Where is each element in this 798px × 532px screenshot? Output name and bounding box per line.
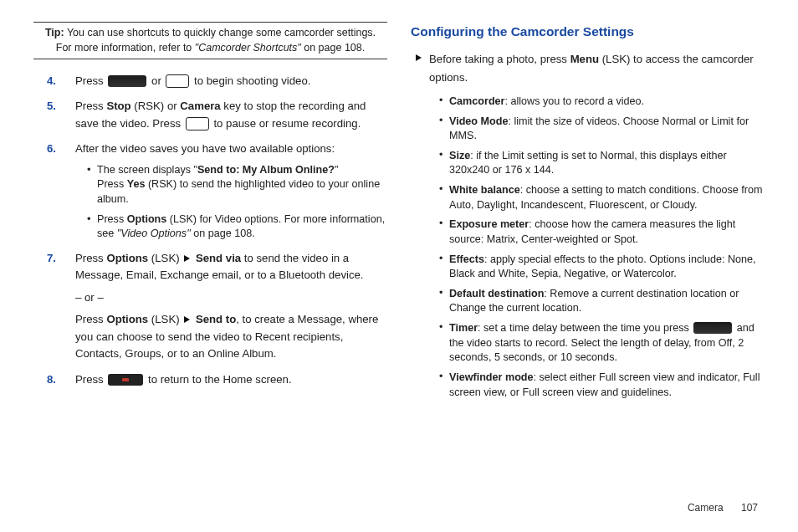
setting-name: Viewfinder mode xyxy=(449,371,534,383)
setting-name: Camcorder xyxy=(449,95,505,107)
setting-item: Viewfinder mode: select either Full scre… xyxy=(439,371,765,400)
text: Press xyxy=(75,313,106,325)
tip-ref: "Camcorder Shortcuts" xyxy=(195,42,301,54)
text: on page 108. xyxy=(191,228,255,239)
tip-box: Tip: You can use shortcuts to quickly ch… xyxy=(33,22,387,59)
step-number: 4. xyxy=(47,73,56,90)
text: Press xyxy=(75,373,106,386)
setting-name: Timer xyxy=(449,322,478,334)
video-options-ref: "Video Options" xyxy=(117,228,191,239)
text: Before taking a photo, press xyxy=(429,53,570,65)
setting-item: Effects: apply special effects to the ph… xyxy=(439,253,765,282)
camera-label: Camera xyxy=(180,100,220,112)
page-number: 107 xyxy=(741,502,758,514)
sub-item: The screen displays "Send to: My Album O… xyxy=(87,163,387,207)
ok-key-icon xyxy=(693,322,732,334)
text: After the video saves you have two avail… xyxy=(75,142,335,155)
setting-item: Video Mode: limit the size of videos. Ch… xyxy=(439,115,765,144)
options-label: Options xyxy=(106,313,148,325)
text: Press xyxy=(75,252,106,264)
settings-list: Camcorder: allows you to record a video.… xyxy=(411,95,765,400)
text: to return to the Home screen. xyxy=(148,373,292,386)
send-to-album-label: Send to: My Album Online? xyxy=(197,164,335,176)
send-via-label: Send via xyxy=(196,252,241,264)
step-number: 5. xyxy=(47,98,56,115)
setting-name: White balance xyxy=(449,184,520,196)
page: Tip: You can use shortcuts to quickly ch… xyxy=(0,0,798,532)
setting-desc-a: : set a time delay between the time you … xyxy=(478,322,692,334)
lead-line: Before taking a photo, press Menu (LSK) … xyxy=(411,50,765,88)
setting-item: Size: if the Limit setting is set to Nor… xyxy=(439,149,765,178)
arrow-icon xyxy=(184,255,190,262)
text: Press xyxy=(75,74,106,87)
setting-item: Camcorder: allows you to record a video. xyxy=(439,95,765,110)
arrow-icon xyxy=(184,316,190,323)
setting-desc: : apply special effects to the photo. Op… xyxy=(449,253,756,280)
setting-item: White balance: choose a setting to match… xyxy=(439,183,765,212)
step-4: 4. Press or to begin shooting video. xyxy=(70,73,387,90)
step-number: 6. xyxy=(47,141,56,157)
step-number: 8. xyxy=(47,371,56,388)
text: Press xyxy=(75,100,106,112)
or-divider: – or – xyxy=(75,289,387,306)
step-7: 7. Press Options (LSK) Send via to send … xyxy=(70,250,387,363)
text: to begin shooting video. xyxy=(194,74,310,87)
triangle-icon xyxy=(416,54,422,61)
text: Press xyxy=(97,178,127,190)
stop-label: Stop xyxy=(106,100,130,112)
menu-label: Menu xyxy=(570,53,599,65)
text: (LSK) xyxy=(148,313,182,325)
step-number: 7. xyxy=(47,250,56,267)
soft-key-icon xyxy=(166,74,189,88)
soft-key-icon xyxy=(186,117,209,130)
yes-label: Yes xyxy=(127,178,146,190)
step-6-sublist: The screen displays "Send to: My Album O… xyxy=(75,163,387,242)
ok-key-icon xyxy=(108,75,146,87)
home-key-icon xyxy=(108,374,143,386)
tip-label: Tip: xyxy=(45,27,64,38)
setting-name: Default destination xyxy=(449,288,544,299)
setting-name: Size xyxy=(449,150,470,161)
text: The screen displays " xyxy=(97,164,197,176)
left-column: Tip: You can use shortcuts to quickly ch… xyxy=(33,22,387,515)
text: (LSK) xyxy=(148,252,182,264)
step-5: 5. Press Stop (RSK) or Camera key to sto… xyxy=(70,98,387,132)
steps-list: 4. Press or to begin shooting video. 5. … xyxy=(33,73,387,388)
setting-desc: : if the Limit setting is set to Normal,… xyxy=(449,150,727,176)
text: " xyxy=(335,164,338,176)
page-footer: Camera 107 xyxy=(688,502,758,514)
text: (RSK) or xyxy=(131,100,181,112)
setting-name: Effects xyxy=(449,253,484,265)
footer-section: Camera xyxy=(688,502,724,514)
text: or xyxy=(151,74,164,87)
sub-item: Press Options (LSK) for Video options. F… xyxy=(87,212,387,242)
setting-item: Timer: set a time delay between the time… xyxy=(439,321,765,366)
text: Press xyxy=(97,213,127,225)
send-to-label: Send to xyxy=(196,313,236,325)
step-6: 6. After the video saves you have two av… xyxy=(70,141,387,242)
setting-name: Video Mode xyxy=(449,115,508,127)
setting-item: Exposure meter: choose how the camera me… xyxy=(439,217,765,247)
options-label: Options xyxy=(106,252,148,264)
text: to pause or resume recording. xyxy=(213,117,361,130)
setting-item: Default destination: Remove a current de… xyxy=(439,287,765,316)
step-8: 8. Press to return to the Home screen. xyxy=(70,371,387,388)
right-column: Configuring the Camcorder Settings Befor… xyxy=(411,22,765,515)
section-heading: Configuring the Camcorder Settings xyxy=(411,22,765,42)
setting-name: Exposure meter xyxy=(449,218,529,230)
setting-desc: : allows you to record a video. xyxy=(505,95,645,107)
tip-text-b: on page 108. xyxy=(301,42,365,54)
options-label: Options xyxy=(127,213,167,225)
